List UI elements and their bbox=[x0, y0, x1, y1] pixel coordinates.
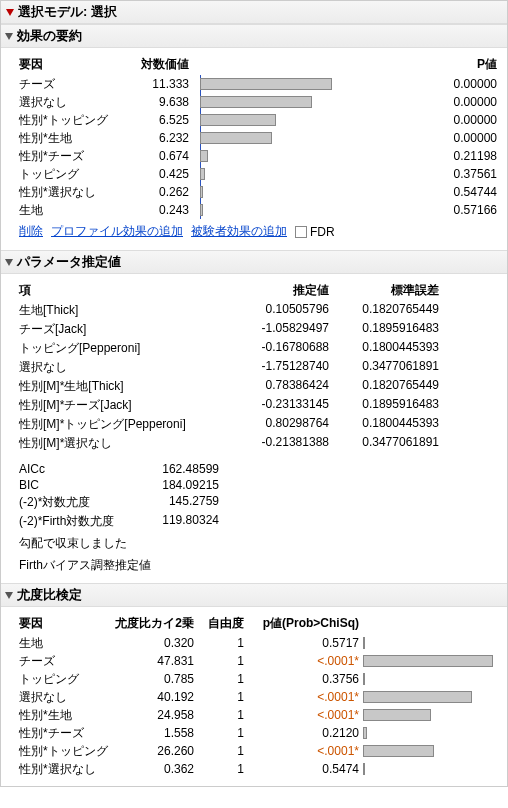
factor-cell: 性別*選択なし bbox=[19, 184, 119, 201]
logworth-cell: 0.262 bbox=[119, 185, 189, 199]
disclosure-icon[interactable] bbox=[6, 9, 14, 16]
param-est-header[interactable]: パラメータ推定値 bbox=[1, 250, 507, 274]
logworth-cell: 9.638 bbox=[119, 95, 189, 109]
stat-row: AICc162.48599 bbox=[19, 461, 497, 477]
table-row: チーズ[Jack]-1.058294970.1895916483 bbox=[19, 320, 497, 339]
table-row: 性別[M]*選択なし-0.213813880.3477061891 bbox=[19, 434, 497, 453]
table-row: 性別*選択なし0.2620.54744 bbox=[19, 183, 497, 201]
logworth-bar bbox=[200, 168, 205, 180]
param-est-columns: 項 推定値 標準誤差 bbox=[19, 280, 497, 301]
lr-test-title: 尤度比検定 bbox=[17, 586, 82, 604]
factor-cell: トッピング bbox=[19, 166, 119, 183]
fdr-label: FDR bbox=[310, 225, 335, 239]
stat-value: 162.48599 bbox=[139, 462, 219, 476]
col-pvalue: P値 bbox=[427, 56, 497, 73]
stat-label: (-2)*Firth対数尤度 bbox=[19, 513, 139, 530]
param-est-title: パラメータ推定値 bbox=[17, 253, 121, 271]
col-chisq: 尤度比カイ2乗 bbox=[109, 615, 194, 632]
chisq-cell: 24.958 bbox=[109, 708, 194, 722]
chisq-cell: 0.320 bbox=[109, 636, 194, 650]
df-cell: 1 bbox=[194, 726, 244, 740]
chisq-cell: 1.558 bbox=[109, 726, 194, 740]
pvalue-cell: 0.3756 bbox=[244, 672, 359, 686]
report-panel: 選択モデル: 選択 効果の要約 要因 対数価値 P値 チーズ11.3330.00… bbox=[0, 0, 508, 787]
report-title: 選択モデル: 選択 bbox=[18, 3, 117, 21]
estimate-cell: 0.10505796 bbox=[229, 302, 329, 319]
factor-cell: 性別*生地 bbox=[19, 130, 119, 147]
term-cell: 性別[M]*トッピング[Pepperoni] bbox=[19, 416, 229, 433]
logworth-bar bbox=[200, 78, 332, 90]
source-cell: 性別*チーズ bbox=[19, 725, 109, 742]
stat-label: AICc bbox=[19, 462, 139, 476]
logworth-cell: 6.525 bbox=[119, 113, 189, 127]
add-profile-effect-link[interactable]: プロファイル効果の追加 bbox=[51, 223, 183, 240]
fit-notes: 勾配で収束しましたFirthバイアス調整推定値 bbox=[19, 531, 497, 575]
disclosure-icon[interactable] bbox=[5, 33, 13, 40]
term-cell: 生地[Thick] bbox=[19, 302, 229, 319]
table-row: 性別*生地6.2320.00000 bbox=[19, 129, 497, 147]
chisq-bar bbox=[363, 709, 431, 721]
stat-label: (-2)*対数尤度 bbox=[19, 494, 139, 511]
chisq-cell: 26.260 bbox=[109, 744, 194, 758]
factor-cell: 性別*トッピング bbox=[19, 112, 119, 129]
fdr-checkbox[interactable] bbox=[295, 226, 307, 238]
table-row: 性別*チーズ0.6740.21198 bbox=[19, 147, 497, 165]
estimate-cell: -0.16780688 bbox=[229, 340, 329, 357]
logworth-bar bbox=[200, 96, 312, 108]
chisq-cell: 0.362 bbox=[109, 762, 194, 776]
pvalue-cell: 0.37561 bbox=[427, 167, 497, 181]
col-p: p値(Prob>ChiSq) bbox=[244, 615, 359, 632]
table-row: 性別*生地24.9581<.0001* bbox=[19, 706, 497, 724]
df-cell: 1 bbox=[194, 708, 244, 722]
logworth-cell: 11.333 bbox=[119, 77, 189, 91]
pvalue-cell: 0.54744 bbox=[427, 185, 497, 199]
lr-test-rows: 生地0.32010.5717チーズ47.8311<.0001*トッピング0.78… bbox=[19, 634, 497, 778]
remove-link[interactable]: 削除 bbox=[19, 223, 43, 240]
df-cell: 1 bbox=[194, 690, 244, 704]
table-row: 選択なし9.6380.00000 bbox=[19, 93, 497, 111]
term-cell: 性別[M]*チーズ[Jack] bbox=[19, 397, 229, 414]
pvalue-cell: 0.5474 bbox=[244, 762, 359, 776]
pvalue-cell: 0.5717 bbox=[244, 636, 359, 650]
effect-summary-header[interactable]: 効果の要約 bbox=[1, 24, 507, 48]
table-row: 性別[M]*トッピング[Pepperoni]0.802987640.180044… bbox=[19, 415, 497, 434]
logworth-bar bbox=[200, 186, 203, 198]
source-cell: トッピング bbox=[19, 671, 109, 688]
chisq-bar bbox=[363, 691, 472, 703]
df-cell: 1 bbox=[194, 672, 244, 686]
logworth-bar bbox=[200, 132, 272, 144]
table-row: トッピング0.4250.37561 bbox=[19, 165, 497, 183]
term-cell: チーズ[Jack] bbox=[19, 321, 229, 338]
factor-cell: 選択なし bbox=[19, 94, 119, 111]
fdr-checkbox-wrap[interactable]: FDR bbox=[295, 225, 335, 239]
lr-test-header[interactable]: 尤度比検定 bbox=[1, 583, 507, 607]
table-row: 性別[M]*生地[Thick]0.783864240.1820765449 bbox=[19, 377, 497, 396]
pvalue-cell: <.0001* bbox=[244, 654, 359, 668]
source-cell: 性別*選択なし bbox=[19, 761, 109, 778]
factor-cell: 性別*チーズ bbox=[19, 148, 119, 165]
lr-test-columns: 要因 尤度比カイ2乗 自由度 p値(Prob>ChiSq) bbox=[19, 613, 497, 634]
table-row: 生地0.2430.57166 bbox=[19, 201, 497, 219]
report-title-header[interactable]: 選択モデル: 選択 bbox=[1, 1, 507, 24]
effect-summary-rows: チーズ11.3330.00000選択なし9.6380.00000性別*トッピング… bbox=[19, 75, 497, 219]
stderr-cell: 0.1895916483 bbox=[329, 321, 439, 338]
col-stderr: 標準誤差 bbox=[329, 282, 439, 299]
stat-label: BIC bbox=[19, 478, 139, 492]
source-cell: 性別*生地 bbox=[19, 707, 109, 724]
stat-row: (-2)*Firth対数尤度119.80324 bbox=[19, 512, 497, 531]
table-row: 性別*選択なし0.36210.5474 bbox=[19, 760, 497, 778]
add-subject-effect-link[interactable]: 被験者効果の追加 bbox=[191, 223, 287, 240]
term-cell: 選択なし bbox=[19, 359, 229, 376]
chisq-bar bbox=[363, 763, 365, 775]
disclosure-icon[interactable] bbox=[5, 592, 13, 599]
table-row: 選択なし40.1921<.0001* bbox=[19, 688, 497, 706]
chisq-bar bbox=[363, 637, 365, 649]
source-cell: 性別*トッピング bbox=[19, 743, 109, 760]
disclosure-icon[interactable] bbox=[5, 259, 13, 266]
stat-value: 184.09215 bbox=[139, 478, 219, 492]
estimate-cell: -1.05829497 bbox=[229, 321, 329, 338]
logworth-bar bbox=[200, 150, 208, 162]
estimate-cell: 0.80298764 bbox=[229, 416, 329, 433]
logworth-cell: 0.243 bbox=[119, 203, 189, 217]
table-row: トッピング0.78510.3756 bbox=[19, 670, 497, 688]
